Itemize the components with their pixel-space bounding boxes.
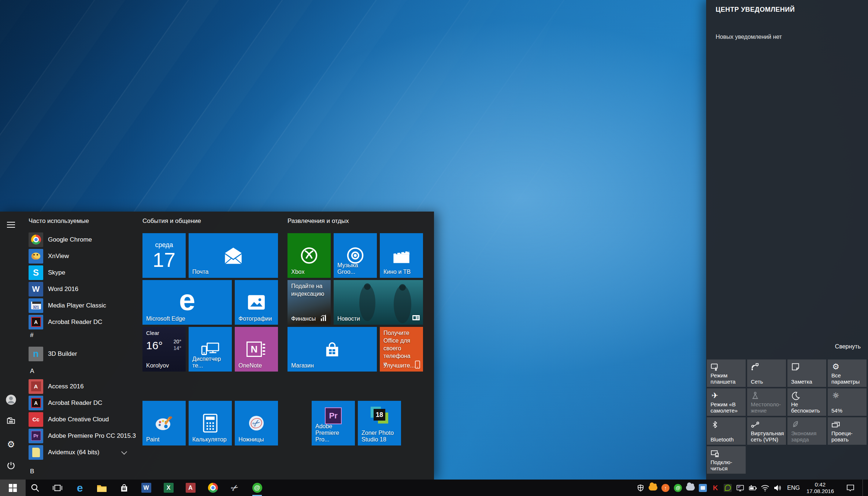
tile-label: Музыка Groo... bbox=[337, 262, 374, 275]
app-item-acrobat[interactable]: Acrobat Reader DC bbox=[23, 314, 142, 330]
clock-date: 17.08.2016 bbox=[806, 488, 834, 495]
creative-cloud-icon bbox=[29, 412, 43, 427]
taskbar-excel-button[interactable]: X bbox=[157, 480, 179, 496]
taskbar-chrome-button[interactable] bbox=[202, 480, 224, 496]
start-button[interactable] bbox=[0, 480, 26, 496]
frequent-apps-header: Часто используемые bbox=[29, 217, 89, 225]
tile-xbox[interactable]: Xbox bbox=[288, 233, 331, 278]
power-button[interactable] bbox=[4, 459, 18, 472]
weather-high: 20° bbox=[174, 339, 181, 344]
tile-news[interactable]: Новости bbox=[334, 280, 423, 325]
acrobat-icon bbox=[29, 315, 43, 329]
taskbar-clock[interactable]: 0:42 17.08.2016 bbox=[805, 481, 835, 495]
tile-premiere[interactable]: Pr Adobe Premiere Pro... bbox=[312, 401, 355, 445]
tile-edge[interactable]: e Microsoft Edge bbox=[142, 280, 232, 325]
tile-onenote[interactable]: N OneNote bbox=[235, 327, 278, 372]
battery-icon[interactable] bbox=[748, 484, 757, 492]
app-item-access[interactable]: A Access 2016 bbox=[23, 378, 142, 395]
quick-action-bluetooth[interactable]: Bluetooth bbox=[707, 417, 746, 445]
quick-action-label: 54% bbox=[831, 407, 864, 414]
app-item-chrome[interactable]: Google Chrome bbox=[23, 231, 142, 248]
display-settings-icon[interactable] bbox=[736, 484, 745, 492]
settings-button[interactable]: ⚙ bbox=[4, 438, 18, 451]
quick-action-all-settings[interactable]: ⚙ Все параметры bbox=[828, 359, 867, 387]
mail-agent-tray-icon[interactable]: @ bbox=[674, 484, 682, 492]
section-letter-a[interactable]: A bbox=[30, 368, 34, 375]
app-label: Acrobat Reader DC bbox=[48, 318, 102, 326]
user-account-button[interactable] bbox=[4, 393, 18, 406]
quick-action-note[interactable]: Заметка bbox=[787, 359, 826, 387]
app-item-xnview[interactable]: XnView bbox=[23, 248, 142, 264]
calendar-day: 17 bbox=[153, 250, 175, 270]
tile-calculator[interactable]: Калькулятор bbox=[189, 401, 232, 445]
search-button[interactable] bbox=[24, 480, 46, 496]
system-tray: ↑ @ K ENG bbox=[636, 480, 868, 496]
tile-snipping-tool[interactable]: ✂ Ножницы bbox=[235, 401, 278, 445]
show-desktop-button[interactable] bbox=[863, 480, 865, 496]
app-item-avidemux[interactable]: Avidemux (64 bits) bbox=[23, 444, 142, 460]
cloud-sync-icon[interactable] bbox=[686, 484, 695, 492]
user-avatar bbox=[5, 394, 16, 405]
vpn-icon bbox=[751, 420, 760, 429]
tile-calendar[interactable]: среда 17 bbox=[142, 233, 186, 278]
tile-photos[interactable]: Фотографии bbox=[235, 280, 278, 325]
taskbar-file-explorer-button[interactable] bbox=[91, 480, 113, 496]
quick-action-connect[interactable]: Подклю-читься bbox=[707, 446, 746, 474]
action-center-panel: ЦЕНТР УВЕДОМЛЕНИЙ Новых уведомлений нет … bbox=[706, 0, 868, 480]
cloud-drive-icon[interactable] bbox=[649, 484, 657, 492]
taskbar-access-button[interactable]: A bbox=[179, 480, 201, 496]
quick-action-quiet-hours[interactable]: Не беспокоить bbox=[787, 388, 826, 416]
defender-icon[interactable] bbox=[636, 484, 645, 492]
nvidia-icon[interactable] bbox=[723, 484, 732, 492]
app-item-adobe-cc[interactable]: Adobe Creative Cloud bbox=[23, 411, 142, 428]
language-indicator[interactable]: ENG bbox=[786, 485, 801, 491]
tile-label: Почта bbox=[192, 269, 275, 275]
quick-action-project[interactable]: Проеци-ровать bbox=[828, 417, 867, 445]
tile-store[interactable]: Магазин bbox=[288, 327, 377, 372]
hamburger-menu-button[interactable] bbox=[4, 218, 18, 231]
action-center-icon bbox=[846, 484, 855, 492]
chevron-down-icon[interactable] bbox=[121, 449, 127, 455]
wifi-icon[interactable] bbox=[761, 484, 769, 492]
windows-logo-icon bbox=[9, 484, 17, 492]
tile-movies-tv[interactable]: Кино и ТВ bbox=[380, 233, 423, 278]
volume-icon[interactable] bbox=[773, 484, 782, 492]
section-letter-hash[interactable]: # bbox=[30, 332, 33, 339]
tile-mail[interactable]: Почта bbox=[189, 233, 278, 278]
quick-action-tablet-mode[interactable]: Режим планшета bbox=[707, 359, 746, 387]
section-letter-b[interactable]: B bbox=[30, 468, 34, 475]
tile-label: Ножницы bbox=[238, 436, 275, 443]
quick-action-network[interactable]: Сеть bbox=[747, 359, 786, 387]
upload-icon[interactable]: ↑ bbox=[661, 484, 670, 492]
tile-paint[interactable]: Paint bbox=[142, 401, 186, 445]
search-icon bbox=[30, 483, 40, 493]
collapse-link[interactable]: Свернуть bbox=[835, 343, 861, 350]
tile-finance[interactable]: Подайте на индексацию Финансы bbox=[288, 280, 331, 325]
tile-office-promo[interactable]: Получите Office для своего телефона и...… bbox=[380, 327, 423, 372]
app-item-word[interactable]: Word 2016 bbox=[23, 281, 142, 297]
quick-action-location[interactable]: Местополо-жение bbox=[747, 388, 786, 416]
taskbar-word-button[interactable]: W bbox=[135, 480, 157, 496]
quick-action-airplane-mode[interactable]: ✈ Режим «В самолете» bbox=[707, 388, 746, 416]
file-explorer-button[interactable] bbox=[4, 414, 18, 427]
kaspersky-icon[interactable]: K bbox=[711, 484, 720, 492]
app-item-skype[interactable]: Skype bbox=[23, 264, 142, 281]
taskbar-snipping-button[interactable]: ✂ bbox=[224, 480, 246, 496]
taskbar-store-button[interactable] bbox=[113, 480, 135, 496]
messenger-icon[interactable] bbox=[698, 484, 707, 492]
app-item-premiere[interactable]: Pr Adobe Premiere Pro CC 2015.3 bbox=[23, 428, 142, 444]
task-view-button[interactable] bbox=[47, 480, 68, 496]
tile-phone-companion[interactable]: Диспетчер те... bbox=[189, 327, 232, 372]
tile-weather[interactable]: Clear 16° 20° 14° Korolyov bbox=[142, 327, 186, 372]
app-item-3d-builder[interactable]: 3D Builder bbox=[23, 346, 142, 362]
app-item-mpc[interactable]: Media Player Classic bbox=[23, 297, 142, 314]
quick-action-vpn[interactable]: Виртуальная сеть (VPN) bbox=[747, 417, 786, 445]
app-item-acrobat-2[interactable]: Acrobat Reader DC bbox=[23, 395, 142, 411]
tile-zoner[interactable]: 18 Zoner Photo Studio 18 bbox=[358, 401, 401, 445]
taskbar-edge-button[interactable]: e bbox=[69, 480, 91, 496]
action-center-button[interactable] bbox=[842, 480, 859, 496]
taskbar-mail-agent-button[interactable]: @ bbox=[246, 480, 268, 496]
quick-action-brightness[interactable]: ☼ 54% bbox=[828, 388, 867, 416]
tile-groove-music[interactable]: Музыка Groo... bbox=[334, 233, 377, 278]
quick-action-battery-saver[interactable]: Экономия заряда bbox=[787, 417, 826, 445]
